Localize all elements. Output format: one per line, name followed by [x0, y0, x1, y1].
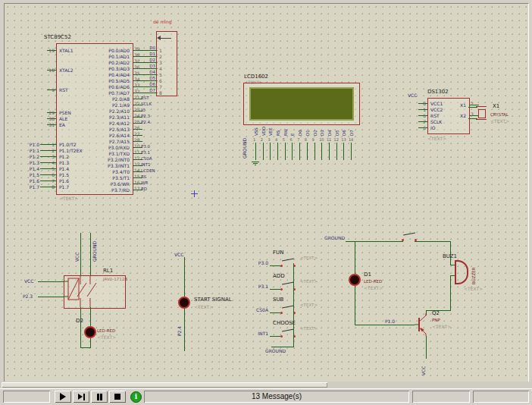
net-label: P3.1: [246, 284, 268, 289]
pause-icon: [97, 394, 99, 400]
push-button-switch[interactable]: [402, 233, 417, 241]
mcu-p0-pins: P0.0/AD039D0P0.1/AD138D1P0.2/AD237D2P0.3…: [79, 48, 132, 96]
step-icon: [78, 394, 83, 400]
pin1-arrow-icon: [161, 38, 171, 39]
wire: [38, 297, 64, 297]
pin-name: P1.2: [59, 154, 69, 159]
pin-name: P3.2/INT0: [108, 157, 130, 162]
pause-button[interactable]: [91, 391, 108, 403]
pin-name: P2.2/A10: [109, 108, 130, 114]
pin-name: D5: [334, 118, 340, 136]
start-led[interactable]: [178, 297, 190, 309]
net-label: P1.7: [17, 184, 39, 190]
ds1302-title: DS1302: [427, 89, 449, 95]
net-label: D0: [149, 46, 155, 51]
led-d1[interactable]: [349, 274, 361, 286]
pin-number: 6: [416, 125, 426, 130]
wire: [80, 307, 81, 347]
play-button[interactable]: [55, 391, 71, 403]
pin-name: P0.7/AD7: [108, 90, 130, 96]
buzzer-text: <TEXT>: [464, 286, 483, 291]
net-label: LCDEN: [141, 168, 170, 174]
pin-row: P3.4/T014LCDEN: [79, 169, 132, 175]
pin-number: 9: [312, 137, 315, 142]
led-d2[interactable]: [84, 326, 96, 338]
stop-icon: [114, 394, 120, 400]
wire: [90, 307, 91, 326]
pin-name: P3.1/TXD: [108, 151, 130, 156]
lcd-pin: E6: [289, 118, 296, 163]
scrollbar-thumb[interactable]: [2, 382, 327, 388]
pin-row: P2.1/A922SCLK: [79, 102, 132, 108]
pin-number: 32: [134, 89, 143, 94]
message-count: 13 Message(s): [144, 392, 409, 400]
pin-row: P3.5/T115RS: [79, 175, 132, 181]
pin-row: P0.2/AD237D2: [79, 60, 132, 66]
relay-symbol: [64, 275, 124, 307]
net-label: P3.1: [141, 150, 170, 155]
info-icon[interactable]: i: [130, 391, 142, 403]
start-text: <TEXT>: [194, 304, 213, 309]
pin-number-text: 3: [159, 60, 162, 65]
pin-number: 2: [156, 54, 176, 60]
key-label: ADD: [273, 273, 285, 279]
pin-name: D2: [312, 118, 318, 136]
mcu-p2-pins: P2.0/A821RSTP2.1/A922SCLKP2.2/A1023IOP2.…: [79, 96, 132, 145]
pin-row: P0.1/AD138D1: [79, 54, 132, 60]
pin-number: 1: [156, 48, 176, 54]
wire: [321, 143, 322, 160]
mcu-title: STC89C52: [44, 34, 71, 40]
lcd-pin: D512: [333, 118, 341, 163]
crystal-body[interactable]: [478, 109, 486, 118]
d1-ref: D1: [364, 272, 371, 278]
transistor-q2[interactable]: [415, 313, 428, 336]
pin-name: P1.6: [59, 178, 69, 184]
pin-name: P3.0/RXD: [108, 145, 130, 150]
crystal-text: <TEXT>: [490, 118, 509, 124]
lcd-pin: VEE3: [267, 118, 274, 163]
pin-name: P1.0/T2: [59, 142, 77, 147]
buzzer-symbol[interactable]: [455, 260, 468, 284]
pin-row: P2.2/A1023IO: [79, 108, 132, 115]
lcd-pin: D613: [340, 118, 348, 163]
p24-net-label: P2.4: [177, 316, 182, 336]
pin-number: 36: [134, 64, 143, 70]
buzzer-value: BUZZER: [471, 262, 476, 284]
net-label: P1.1: [17, 148, 39, 153]
wire: [285, 143, 286, 160]
key-label: FUN: [273, 250, 283, 256]
vcc-label: VCC: [24, 278, 33, 284]
wire: [299, 143, 300, 160]
pin-row: P0.6/AD633D6: [79, 84, 132, 90]
pin-number: 14: [349, 137, 353, 142]
crystal-plate: [476, 119, 487, 120]
crystal-plate: [476, 106, 487, 107]
pin-row: X23: [415, 113, 468, 124]
net-label: IO: [141, 108, 170, 113]
net-label: RS: [141, 174, 170, 180]
status-panel-mid: [412, 391, 470, 403]
pin-number: 8: [305, 137, 307, 142]
wire: [184, 309, 185, 351]
pin-name: EA: [59, 122, 65, 127]
step-button[interactable]: [73, 391, 89, 403]
stop-button[interactable]: [109, 391, 126, 403]
d1-value: LED-RED: [364, 279, 382, 284]
net-label: P1.0: [17, 142, 39, 147]
net-label: INT1: [141, 162, 170, 168]
net-label: P1.4: [17, 166, 39, 171]
p23-net-label: P2.3: [23, 294, 33, 299]
pin-number: 7: [156, 84, 176, 90]
pin-number: 34: [134, 77, 143, 82]
button-bar: [403, 233, 415, 236]
pin-name: P0.1/AD1: [108, 54, 130, 59]
lcd-pin: D714: [348, 118, 355, 163]
pin-number-text: 6: [159, 78, 162, 83]
pin-number: 8: [156, 90, 176, 96]
pin-number: 18: [45, 68, 55, 73]
horizontal-scrollbar[interactable]: [0, 381, 532, 388]
schematic-canvas[interactable]: STC89C52 <TEXT> 19XTAL118XTAL2 9RST 29PS…: [4, 3, 529, 382]
pin-name: P0.2/AD2: [108, 60, 130, 65]
pin-name: P2.3/A11: [109, 115, 130, 120]
pin-name: P0.3/AD3: [108, 66, 130, 71]
